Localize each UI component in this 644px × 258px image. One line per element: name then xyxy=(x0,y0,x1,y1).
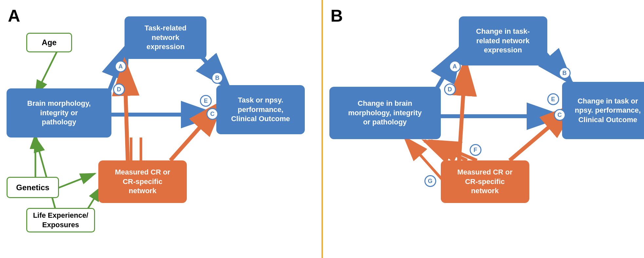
task-network-box-b: Change in task- related network expressi… xyxy=(459,16,547,65)
panel-b-label: B xyxy=(331,6,343,26)
genetics-box-a: Genetics xyxy=(7,177,59,198)
circle-e-a: E xyxy=(200,95,212,107)
panel-b: B xyxy=(323,0,644,258)
task-outcome-box-a: Task or npsy. performance, Clinical Outc… xyxy=(216,85,305,134)
svg-line-26 xyxy=(405,138,444,182)
task-outcome-box-b: Change in task or npsy. performance, Cli… xyxy=(562,82,644,139)
circle-a-a: A xyxy=(115,61,127,72)
svg-line-24 xyxy=(424,141,467,160)
life-experience-box-a: Life Experience/ Exposures xyxy=(26,208,95,232)
task-network-box-a: Task-related network expression xyxy=(125,16,206,59)
age-box-a: Age xyxy=(26,33,72,52)
svg-line-7 xyxy=(125,61,128,164)
circle-c-b: C xyxy=(554,109,566,121)
svg-line-13 xyxy=(57,174,95,188)
panel-a: A xyxy=(0,0,322,258)
brain-morphology-box-a: Brain morphology, integrity or pathology xyxy=(7,88,111,138)
circle-d-b: D xyxy=(444,83,456,95)
svg-line-22 xyxy=(459,61,465,164)
circle-b-a: B xyxy=(211,72,223,84)
measured-cr-box-b: Measured CR or CR-specific network xyxy=(441,160,529,203)
circle-a-b: A xyxy=(449,61,461,72)
circle-d-a: D xyxy=(113,83,125,95)
circle-b-b: B xyxy=(559,67,571,79)
circle-f-b: F xyxy=(470,144,481,156)
diagram-container: A xyxy=(0,0,644,258)
measured-cr-box-a: Measured CR or CR-specific network xyxy=(98,160,187,203)
circle-c-a: C xyxy=(206,108,218,120)
panel-a-label: A xyxy=(8,6,20,26)
circle-g-b: G xyxy=(424,175,436,187)
brain-morphology-box-b: Change in brain morphology, integrity or… xyxy=(329,87,441,139)
circle-e-b: E xyxy=(547,93,559,105)
